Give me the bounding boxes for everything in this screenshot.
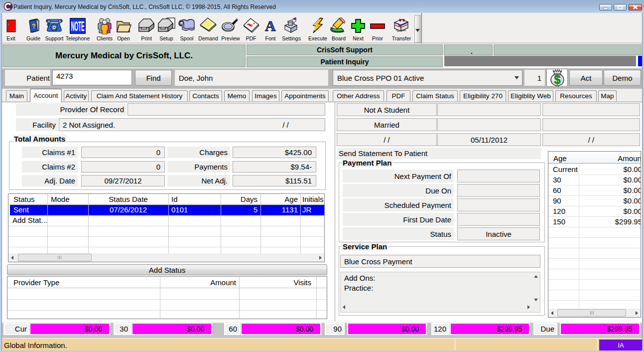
svg-text:NOTE: NOTE (71, 18, 85, 34)
svg-text:A: A (265, 17, 276, 34)
svg-text:S: S (7, 4, 11, 11)
svg-text:$: $ (554, 73, 560, 86)
